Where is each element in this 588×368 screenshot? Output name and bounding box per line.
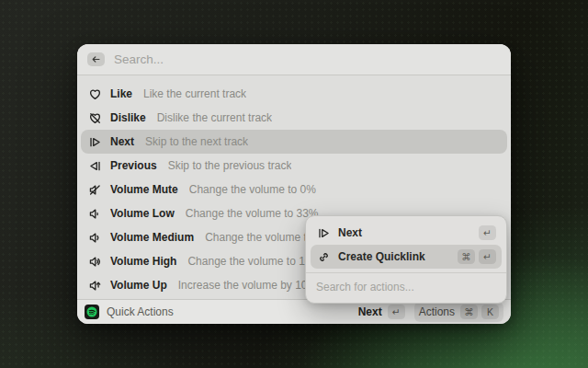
panel-item-label: Create Quicklink [338, 250, 450, 263]
search-input[interactable] [114, 52, 501, 66]
list-item-subtitle: Change the volume to 33% [186, 207, 319, 220]
panel-item-next[interactable]: Next↵ [311, 221, 502, 245]
list-item-subtitle: Increase the volume by 10% [178, 279, 317, 292]
panel-item-shortcut: ↵ [479, 225, 496, 240]
search-bar [77, 44, 511, 75]
list-item-subtitle: Dislike the current track [157, 111, 272, 124]
list-item-title: Like [110, 87, 132, 100]
list-item-subtitle: Skip to the next track [145, 135, 248, 148]
spotify-icon [85, 305, 99, 319]
volume-low-icon [87, 206, 102, 221]
list-item-subtitle: Change the volume to 0% [189, 183, 316, 196]
panel-item-shortcut: ⌘↵ [458, 249, 496, 264]
actions-panel-items: Next↵Create Quicklink⌘↵ [311, 221, 502, 269]
key-badge: K [481, 305, 499, 319]
list-item-title: Volume Medium [110, 231, 194, 244]
footer-right: Next ↵ Actions ⌘K [358, 302, 503, 322]
key-badge: ↵ [479, 225, 496, 240]
key-badge: ⌘ [458, 249, 475, 264]
list-item-subtitle: Like the current track [143, 87, 246, 100]
actions-search-input[interactable] [311, 276, 502, 298]
volume-mute-icon [87, 182, 102, 197]
actions-panel: Next↵Create Quicklink⌘↵ [305, 215, 507, 304]
actions-button[interactable]: Actions ⌘K [414, 302, 503, 322]
list-item-dislike[interactable]: DislikeDislike the current track [81, 106, 507, 130]
list-item-volume-mute[interactable]: Volume MuteChange the volume to 0% [81, 178, 507, 201]
list-item-title: Dislike [110, 111, 146, 124]
actions-button-keys: ⌘K [460, 305, 499, 319]
raycast-window: LikeLike the current trackDislikeDislike… [77, 44, 511, 324]
list-item-title: Next [110, 135, 134, 148]
list-item-title: Volume Mute [110, 183, 178, 196]
return-key-badge: ↵ [388, 305, 405, 319]
footer-app-label: Quick Actions [107, 305, 174, 318]
list-item-title: Volume Low [110, 207, 175, 220]
volume-medium-icon [87, 230, 102, 245]
list-item-title: Volume Up [110, 279, 167, 292]
list-item-title: Volume High [110, 255, 176, 268]
skip-forward-icon [316, 225, 331, 240]
list-item-subtitle: Skip to the previous track [168, 159, 292, 172]
panel-divider [306, 272, 506, 273]
list-item-next[interactable]: NextSkip to the next track [81, 130, 507, 154]
list-item-previous[interactable]: PreviousSkip to the previous track [81, 154, 507, 178]
list-item-title: Previous [110, 159, 157, 172]
key-badge: ↵ [479, 249, 496, 264]
skip-back-icon [87, 158, 102, 173]
panel-item-create-quicklink[interactable]: Create Quicklink⌘↵ [311, 245, 502, 269]
desktop-background: LikeLike the current trackDislikeDislike… [0, 0, 588, 368]
link-icon [316, 249, 331, 264]
volume-up-icon [87, 278, 102, 293]
list-item-like[interactable]: LikeLike the current track [81, 82, 507, 106]
back-button[interactable] [87, 52, 105, 66]
arrow-left-icon [91, 54, 101, 64]
footer-primary-action[interactable]: Next ↵ [358, 305, 405, 319]
volume-high-icon [87, 254, 102, 269]
heart-icon [87, 86, 102, 101]
panel-item-label: Next [338, 226, 471, 239]
heart-off-icon [87, 110, 102, 125]
skip-forward-icon [87, 134, 102, 149]
key-badge: ⌘ [460, 305, 478, 319]
footer-left: Quick Actions [85, 305, 174, 319]
actions-button-label: Actions [419, 305, 455, 318]
footer-primary-label: Next [358, 305, 382, 318]
